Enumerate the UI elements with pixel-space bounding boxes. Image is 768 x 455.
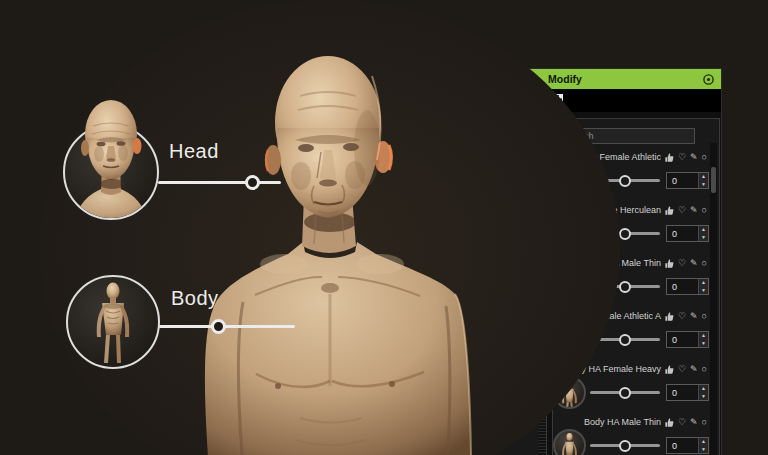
tree-expander-icon[interactable]: ◢ bbox=[436, 297, 445, 305]
tree-item-checkbox[interactable]: ✓ bbox=[465, 224, 475, 234]
tree-item-checkbox[interactable]: ✓ bbox=[465, 196, 475, 206]
body-callout-circle[interactable] bbox=[66, 275, 160, 369]
tree-expander-icon[interactable]: ▸ bbox=[453, 354, 462, 362]
tab-material[interactable] bbox=[509, 91, 534, 112]
tree-item[interactable]: ▸ ✓ Eye bbox=[418, 365, 537, 379]
morph-value-input[interactable]: 0 ▲ ▼ bbox=[666, 384, 709, 401]
thumbs-up-icon[interactable] bbox=[665, 259, 674, 268]
tab-adjust[interactable] bbox=[413, 91, 438, 112]
tree-item-checkbox[interactable]: ✓ bbox=[465, 324, 475, 334]
tree-item-checkbox[interactable]: ✓ bbox=[465, 410, 475, 420]
morph-slider[interactable] bbox=[590, 391, 660, 394]
morph-slider[interactable] bbox=[590, 232, 660, 235]
tree-item-checkbox[interactable]: ✓ bbox=[431, 153, 441, 163]
tree-item[interactable]: ▸ ✓ Mouth bbox=[418, 422, 537, 436]
tree-expander-icon[interactable]: ◢ bbox=[419, 154, 428, 162]
tree-expander-icon[interactable]: ▸ bbox=[453, 368, 462, 376]
tree-item[interactable]: ▸ ✓ Ear bbox=[418, 379, 537, 393]
reset-icon[interactable]: ○ bbox=[702, 259, 707, 268]
tree-item-checkbox[interactable]: ✓ bbox=[465, 239, 475, 249]
slider-handle[interactable] bbox=[619, 228, 631, 240]
tree-item[interactable]: ▸ ✓ Waist bbox=[418, 251, 537, 265]
tree-item-checkbox[interactable]: ✓ bbox=[465, 367, 475, 377]
morph-slider[interactable] bbox=[590, 338, 660, 341]
tree-expander-icon[interactable]: ▸ bbox=[453, 311, 462, 319]
tree-item-checkbox[interactable]: ✓ bbox=[465, 424, 475, 434]
morph-value-input[interactable]: 0 ▲ ▼ bbox=[666, 172, 709, 189]
thumbs-up-icon[interactable] bbox=[665, 206, 674, 215]
thumbs-up-icon[interactable] bbox=[665, 153, 674, 162]
morph-slider[interactable] bbox=[590, 179, 660, 182]
heart-icon[interactable]: ♡ bbox=[678, 153, 686, 162]
heart-icon[interactable]: ♡ bbox=[678, 418, 686, 427]
spin-down-icon[interactable]: ▼ bbox=[699, 340, 708, 348]
tree-item-checkbox[interactable]: ✓ bbox=[465, 381, 475, 391]
morph-thumbnail[interactable] bbox=[553, 429, 586, 455]
tab-actor[interactable] bbox=[445, 91, 470, 112]
tree-expander-icon[interactable]: ▸ bbox=[453, 425, 462, 433]
morph-value-input[interactable]: 0 ▲ ▼ bbox=[666, 225, 709, 242]
pencil-icon[interactable]: ✎ bbox=[690, 418, 698, 427]
reset-icon[interactable]: ○ bbox=[702, 206, 707, 215]
tree-item[interactable]: ▸ ✓ Foot bbox=[418, 279, 537, 293]
tree-item-checkbox[interactable]: ✓ bbox=[465, 267, 475, 277]
tree-item[interactable]: ▸ ✓ Chin bbox=[418, 451, 537, 455]
tree-item-checkbox[interactable]: ✓ bbox=[448, 296, 458, 306]
tree-item[interactable]: ▸ ✓ Jaw bbox=[418, 437, 537, 451]
morph-thumbnail[interactable] bbox=[553, 164, 586, 197]
morph-thumbnail[interactable] bbox=[553, 270, 586, 303]
pencil-icon[interactable]: ✎ bbox=[690, 259, 698, 268]
tree-item[interactable]: ▸ ✓ Cheek bbox=[418, 394, 537, 408]
reset-icon[interactable]: ○ bbox=[702, 365, 707, 374]
tree-item[interactable]: ◢ ✓ Head bbox=[418, 294, 537, 308]
tree-item[interactable]: ♥ Favorites bbox=[418, 136, 537, 150]
tree-item-checkbox[interactable]: ✓ bbox=[448, 167, 458, 177]
tree-item[interactable]: ● Currently Used bbox=[418, 122, 537, 136]
thumbs-up-icon[interactable] bbox=[665, 365, 674, 374]
tree-item[interactable]: ▸ ✓ Hand bbox=[418, 208, 537, 222]
spin-down-icon[interactable]: ▼ bbox=[699, 181, 708, 189]
tree-item[interactable]: ◢ ✓ Body bbox=[418, 165, 537, 179]
reset-icon[interactable]: ○ bbox=[702, 312, 707, 321]
tree-expander-icon[interactable]: ▸ bbox=[453, 197, 462, 205]
tree-item[interactable]: ▸ ✓ Arm bbox=[418, 193, 537, 207]
tree-item-checkbox[interactable]: ✓ bbox=[465, 281, 475, 291]
tree-expander-icon[interactable]: ▸ bbox=[453, 254, 462, 262]
slider-handle[interactable] bbox=[619, 334, 631, 346]
spin-up-icon[interactable]: ▲ bbox=[699, 173, 708, 181]
tree-item[interactable]: ▸ ✓ Forehead bbox=[418, 336, 537, 350]
tree-scrollbar[interactable] bbox=[538, 119, 546, 455]
spin-up-icon[interactable]: ▲ bbox=[699, 332, 708, 340]
tree-expander-icon[interactable]: ▸ bbox=[453, 440, 462, 448]
tab-texture[interactable] bbox=[541, 91, 566, 112]
tree-item-checkbox[interactable]: ✓ bbox=[465, 253, 475, 263]
heart-icon[interactable]: ♡ bbox=[678, 365, 686, 374]
morph-thumbnail[interactable] bbox=[553, 376, 586, 409]
tree-expander-icon[interactable]: ▸ bbox=[453, 182, 462, 190]
tree-expander-icon[interactable]: ▸ bbox=[453, 225, 462, 233]
head-callout-node[interactable] bbox=[245, 175, 260, 190]
spin-up-icon[interactable]: ▲ bbox=[699, 279, 708, 287]
tree-expander-icon[interactable]: ▸ bbox=[453, 382, 462, 390]
tree-expander-icon[interactable]: ▸ bbox=[453, 411, 462, 419]
morph-slider[interactable] bbox=[590, 285, 660, 288]
spin-down-icon[interactable]: ▼ bbox=[699, 446, 708, 454]
pencil-icon[interactable]: ✎ bbox=[690, 206, 698, 215]
tree-item[interactable]: ▸ ✓ Brow bbox=[418, 351, 537, 365]
slider-handle[interactable] bbox=[619, 281, 631, 293]
tree-item[interactable]: ▸ ✓ Skull bbox=[418, 322, 537, 336]
pencil-icon[interactable]: ✎ bbox=[690, 312, 698, 321]
slider-handle[interactable] bbox=[619, 440, 631, 452]
thumbs-up-icon[interactable] bbox=[665, 312, 674, 321]
tree-item-checkbox[interactable]: ✓ bbox=[465, 210, 475, 220]
tree-item[interactable]: ▸ ✓ Nose bbox=[418, 408, 537, 422]
search-input[interactable] bbox=[559, 128, 695, 144]
slider-handle[interactable] bbox=[619, 387, 631, 399]
tab-morph[interactable] bbox=[477, 91, 502, 112]
tree-expander-icon[interactable]: ▸ bbox=[453, 211, 462, 219]
pencil-icon[interactable]: ✎ bbox=[690, 365, 698, 374]
tree-item-checkbox[interactable]: ✓ bbox=[465, 396, 475, 406]
reset-icon[interactable]: ○ bbox=[702, 418, 707, 427]
morph-value-input[interactable]: 0 ▲ ▼ bbox=[666, 278, 709, 295]
tree-item-checkbox[interactable]: ✓ bbox=[465, 339, 475, 349]
